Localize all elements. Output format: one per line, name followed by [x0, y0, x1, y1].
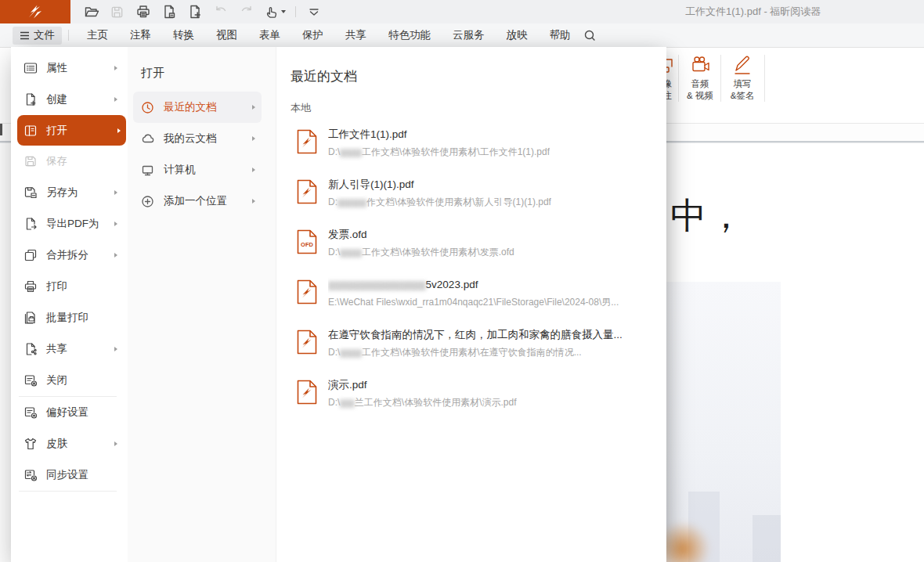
- pdf-file-icon: [297, 330, 317, 355]
- open-item-computer[interactable]: 计算机: [133, 154, 262, 186]
- file-path: D:\▆▆▆工作文档\体验软件使用素材\发票.ofd: [328, 246, 514, 258]
- recent-file-row[interactable]: 在遵守饮食指南的情况下，红肉，加工肉和家禽的膳食摄入量... D:\▆▆▆工作文…: [291, 322, 666, 372]
- recent-file-row[interactable]: ▆▆▆▆▆▆▆▆▆▆▆▆5v2023.pdf E:\WeChat Files\w…: [291, 272, 666, 322]
- redo-icon: [239, 4, 254, 20]
- save-icon: [110, 5, 125, 20]
- tab-share[interactable]: 共享: [334, 28, 377, 42]
- save-as-icon: [23, 186, 38, 200]
- merge-split-icon: [23, 248, 38, 262]
- tab-convert[interactable]: 转换: [162, 28, 205, 42]
- menu-item-close[interactable]: 关闭: [11, 365, 128, 396]
- submenu-arrow-icon: [114, 441, 117, 446]
- hand-tool-button[interactable]: [259, 0, 291, 23]
- file-menu-panel: 属性 创建 打开 保存: [11, 47, 666, 562]
- tab-view[interactable]: 视图: [205, 28, 248, 42]
- fill-sign-button[interactable]: 填写 &签名: [722, 52, 763, 102]
- extract-pages-button[interactable]: [156, 0, 182, 23]
- file-menu-list: 属性 创建 打开 保存: [11, 47, 128, 562]
- open-item-add-place[interactable]: 添加一个位置: [133, 186, 262, 217]
- menu-item-create[interactable]: 创建: [11, 84, 128, 115]
- video-camera-icon: [689, 52, 711, 78]
- menu-bar: 文件 主页 注释 转换 视图 表单 保护 共享 特色功能 云服务 放映 帮助: [0, 23, 924, 48]
- menu-item-properties[interactable]: 属性: [11, 52, 128, 84]
- print-icon: [135, 4, 151, 20]
- hand-tool-dropdown-caret[interactable]: [281, 10, 286, 13]
- undo-button: [208, 0, 233, 23]
- menu-item-batch-print[interactable]: 批量打印: [11, 302, 128, 333]
- pdf-file-icon: [297, 380, 317, 405]
- pdf-file-icon: [297, 129, 317, 154]
- open-item-recent-documents[interactable]: 最近的文档: [133, 92, 262, 123]
- save-button: [104, 0, 130, 23]
- submenu-arrow-icon: [114, 222, 117, 226]
- menu-item-sync-settings[interactable]: 同步设置: [11, 459, 128, 491]
- recent-file-row[interactable]: 工作文件1(1).pdf D:\▆▆▆工作文档\体验软件使用素材\工作文件1(1…: [291, 121, 666, 171]
- open-item-cloud-documents[interactable]: 我的云文档: [133, 123, 262, 154]
- tab-protect[interactable]: 保护: [291, 28, 334, 42]
- tab-cloud[interactable]: 云服务: [442, 28, 496, 42]
- quick-access-toolbar: [78, 0, 327, 23]
- ribbon-divider: [764, 55, 765, 102]
- open-file-button[interactable]: [78, 0, 104, 23]
- properties-icon: [23, 61, 38, 75]
- menu-divider: [19, 491, 117, 492]
- share-icon: [23, 342, 38, 356]
- customize-toolbar-button[interactable]: [301, 0, 327, 23]
- submenu-arrow-icon: [252, 136, 255, 141]
- recent-file-row[interactable]: 演示.pdf D:\▆▆兰工作文档\体验软件使用素材\演示.pdf: [291, 372, 666, 422]
- menu-item-open[interactable]: 打开: [17, 115, 126, 146]
- insert-pages-button[interactable]: [182, 0, 208, 23]
- redo-button: [233, 0, 259, 23]
- file-text: 新人引导(1)(1).pdf D:▆▆▆▆作文档\体验软件使用素材\新人引导(1…: [328, 176, 551, 222]
- file-menu-button[interactable]: 文件: [13, 27, 62, 45]
- tab-form[interactable]: 表单: [248, 28, 291, 42]
- chevron-down-icon: [306, 5, 322, 19]
- file-path: E:\WeChat Files\wxid_rra1m04nqaqc21\File…: [328, 296, 619, 308]
- sync-icon: [23, 468, 38, 482]
- app-window: 工作文件1(1).pdf - 福昕阅读器 文件 主页 注释 转换 视图 表单 保…: [0, 0, 924, 562]
- page-extract-icon: [161, 4, 177, 20]
- menu-item-save-as[interactable]: 另存为: [11, 177, 128, 208]
- create-icon: [23, 92, 38, 106]
- file-name: 在遵守饮食指南的情况下，红肉，加工肉和家禽的膳食摄入量...: [328, 328, 623, 342]
- file-text: ▆▆▆▆▆▆▆▆▆▆▆▆5v2023.pdf E:\WeChat Files\w…: [328, 276, 619, 322]
- open-icon: [23, 124, 38, 138]
- recent-file-row[interactable]: 新人引导(1)(1).pdf D:▆▆▆▆作文档\体验软件使用素材\新人引导(1…: [291, 171, 666, 222]
- tab-help[interactable]: 帮助: [539, 28, 582, 42]
- search-button[interactable]: [583, 29, 597, 42]
- file-name: 新人引导(1)(1).pdf: [328, 178, 551, 192]
- menu-item-export-pdf[interactable]: 导出PDF为: [11, 208, 128, 240]
- submenu-arrow-icon: [114, 66, 117, 70]
- pdf-file-icon: [297, 279, 317, 304]
- print-button[interactable]: [130, 0, 156, 23]
- tab-features[interactable]: 特色功能: [377, 28, 442, 42]
- tab-comment[interactable]: 注释: [119, 28, 162, 42]
- recent-documents-title: 最近的文档: [291, 67, 666, 85]
- open-submenu-panel: 打开 最近的文档 我的云文档 计算机: [128, 47, 276, 562]
- menu-item-save: 保存: [11, 146, 128, 177]
- audio-video-button[interactable]: 音频 & 视频: [680, 52, 720, 102]
- menu-item-print[interactable]: 打印: [11, 271, 128, 302]
- submenu-arrow-icon: [114, 347, 117, 351]
- batch-print-icon: [23, 311, 38, 325]
- submenu-arrow-icon: [252, 168, 255, 172]
- tab-home[interactable]: 主页: [76, 28, 119, 42]
- file-menu-label: 文件: [34, 28, 55, 42]
- file-name: ▆▆▆▆▆▆▆▆▆▆▆▆5v2023.pdf: [328, 278, 619, 292]
- save-icon: [23, 154, 38, 168]
- file-path: D:\▆▆▆工作文档\体验软件使用素材\工作文件1(1).pdf: [328, 146, 550, 158]
- computer-icon: [141, 164, 154, 177]
- local-section-label: 本地: [291, 101, 666, 115]
- file-text: 在遵守饮食指南的情况下，红肉，加工肉和家禽的膳食摄入量... D:\▆▆▆工作文…: [328, 326, 623, 372]
- recent-file-row[interactable]: OFD 发票.ofd D:\▆▆▆工作文档\体验软件使用素材\发票.ofd: [291, 222, 666, 272]
- menu-item-share[interactable]: 共享: [11, 333, 128, 365]
- hamburger-icon: [20, 31, 30, 40]
- submenu-arrow-icon: [252, 105, 255, 110]
- menu-item-preferences[interactable]: 偏好设置: [11, 397, 128, 428]
- tab-present[interactable]: 放映: [496, 28, 539, 42]
- file-path: D:\▆▆▆工作文档\体验软件使用素材\在遵守饮食指南的情况...: [328, 346, 623, 358]
- menu-item-merge-split[interactable]: 合并拆分: [11, 240, 128, 271]
- underlying-ui-fragment: [0, 124, 2, 135]
- menu-item-skin[interactable]: 皮肤: [11, 428, 128, 459]
- document-embedded-image: [666, 282, 781, 562]
